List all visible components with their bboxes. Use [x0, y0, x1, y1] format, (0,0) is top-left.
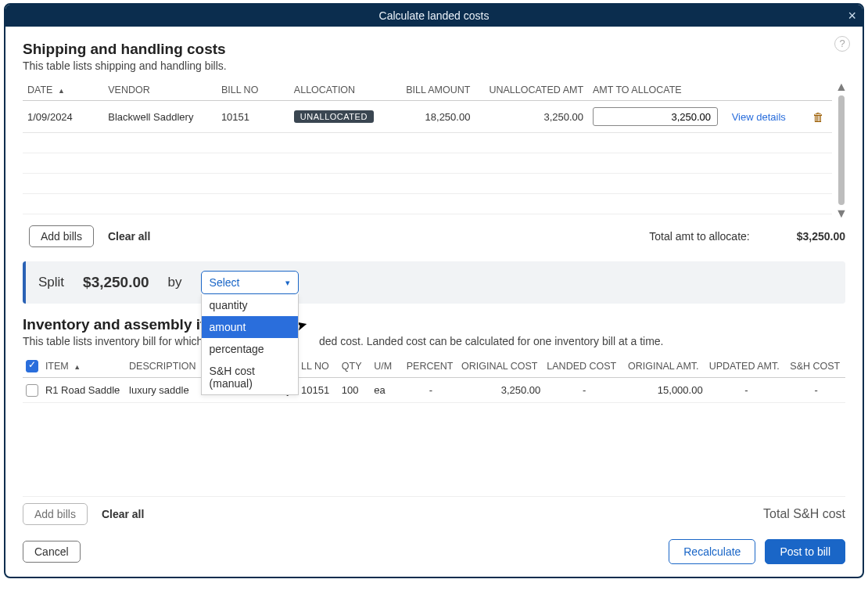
empty-row [23, 133, 832, 153]
close-icon[interactable]: × [848, 5, 856, 27]
bills-scroll[interactable]: ▲ ▼ [836, 80, 847, 221]
split-option-percentage[interactable]: percentage [202, 338, 298, 360]
total-sh-label: Total S&H cost [763, 507, 845, 521]
bill-row[interactable]: 1/09/2024 Blackwell Saddlery 10151 UNALL… [23, 101, 832, 133]
split-by-select[interactable]: Select ▾ [201, 271, 299, 294]
total-allocate-value: $3,250.00 [797, 230, 845, 243]
col-unallocated[interactable]: UNALLOCATED AMT [475, 80, 588, 101]
col-um[interactable]: U/M [371, 355, 403, 378]
col-origamt[interactable]: ORIGINAL AMT. [625, 355, 706, 378]
items-table: ITEM ▲ DESCRIPTION LL NO QTY U/M PERCENT… [23, 355, 845, 497]
item-description: luxury saddle [126, 378, 203, 403]
item-percent: - [404, 378, 458, 403]
col-itembillno[interactable]: LL NO [298, 355, 339, 378]
col-amtalloc[interactable]: AMT TO ALLOCATE [588, 80, 727, 101]
inventory-items-title: Inventory and assembly items [23, 316, 845, 333]
empty-row [23, 174, 832, 194]
item-qty: 100 [339, 378, 371, 403]
empty-row [23, 153, 832, 174]
split-option-shcost[interactable]: S&H cost (manual) [202, 360, 298, 394]
item-row[interactable]: R1 Road Saddle luxury saddle Blackwell S… [23, 378, 845, 403]
bill-date: 1/09/2024 [23, 101, 103, 133]
shipping-costs-subtitle: This table lists shipping and handling b… [23, 59, 845, 72]
bill-amount: 18,250.00 [394, 101, 475, 133]
col-percent[interactable]: PERCENT [404, 355, 458, 378]
split-by-menu: quantity amount percentage S&H cost (man… [201, 294, 299, 395]
bill-unallocated: 3,250.00 [475, 101, 588, 133]
item-landedcost: - [543, 378, 625, 403]
col-vendor[interactable]: VENDOR [103, 80, 217, 101]
item-origamt: 15,000.00 [625, 378, 706, 403]
item-shcost: - [787, 378, 845, 403]
allocation-badge: UNALLOCATED [294, 110, 374, 123]
clear-all-link[interactable]: Clear all [108, 230, 150, 243]
shipping-costs-title: Shipping and handling costs [23, 41, 845, 58]
scroll-up-icon[interactable]: ▲ [835, 80, 848, 94]
item-checkbox[interactable] [26, 384, 38, 397]
col-billno[interactable]: BILL NO [217, 80, 289, 101]
col-description[interactable]: DESCRIPTION [126, 355, 203, 378]
split-bar: Split $3,250.00 by Select ▾ quantity amo… [23, 261, 845, 304]
col-date[interactable]: DATE [27, 85, 52, 95]
split-by-placeholder: Select [210, 276, 240, 289]
item-origcost: 3,250.00 [458, 378, 543, 403]
split-amount: $3,250.00 [83, 274, 149, 291]
sort-asc-icon: ▲ [58, 87, 65, 95]
add-bills-button[interactable]: Add bills [29, 225, 94, 247]
split-by-label: by [168, 275, 182, 290]
recalculate-button[interactable]: Recalculate [669, 539, 755, 564]
amt-to-allocate-input[interactable] [593, 107, 718, 126]
col-allocation[interactable]: ALLOCATION [289, 80, 394, 101]
items-clear-all-link[interactable]: Clear all [102, 508, 144, 520]
col-origcost[interactable]: ORIGINAL COST [458, 355, 543, 378]
help-icon[interactable]: ? [834, 36, 850, 52]
titlebar: Calculate landed costs × [5, 5, 863, 27]
cancel-button[interactable]: Cancel [23, 541, 81, 563]
inventory-items-subtitle: This table lists inventory bill for whic… [23, 335, 845, 347]
split-option-quantity[interactable]: quantity [202, 294, 298, 316]
sort-asc-icon: ▲ [74, 363, 81, 371]
post-to-bill-button[interactable]: Post to bill [765, 539, 845, 564]
col-landedcost[interactable]: LANDED COST [543, 355, 625, 378]
col-qty[interactable]: QTY [339, 355, 371, 378]
view-details-link[interactable]: View details [732, 111, 786, 123]
scroll-thumb[interactable] [838, 95, 845, 205]
bills-table: DATE ▲ VENDOR BILL NO ALLOCATION BILL AM… [23, 80, 832, 214]
items-add-bills-button[interactable]: Add bills [23, 503, 88, 525]
split-option-amount[interactable]: amount [202, 316, 298, 338]
bill-vendor: Blackwell Saddlery [103, 101, 217, 133]
col-updatedamt[interactable]: UPDATED AMT. [706, 355, 787, 378]
item-um: ea [371, 378, 403, 403]
col-item[interactable]: ITEM [45, 361, 69, 372]
subtitle-suffix: ded cost. Landed cost can be calculated … [319, 335, 664, 347]
window-title: Calculate landed costs [379, 9, 490, 22]
landed-costs-dialog: Calculate landed costs × ? Shipping and … [4, 3, 864, 578]
select-all-checkbox[interactable] [26, 360, 38, 372]
bill-no: 10151 [217, 101, 289, 133]
chevron-down-icon: ▾ [285, 278, 290, 288]
trash-icon[interactable]: 🗑 [812, 110, 824, 124]
split-label: Split [38, 275, 64, 290]
item-updatedamt: - [706, 378, 787, 403]
item-billno: 10151 [298, 378, 339, 403]
item-name: R1 Road Saddle [42, 378, 126, 403]
scroll-down-icon[interactable]: ▼ [835, 207, 848, 221]
col-shcost[interactable]: S&H COST [787, 355, 845, 378]
total-allocate-label: Total amt to allocate: [649, 230, 749, 243]
col-billamount[interactable]: BILL AMOUNT [394, 80, 475, 101]
empty-row [23, 194, 832, 214]
subtitle-prefix: This table lists inventory bill for whic… [23, 335, 217, 347]
